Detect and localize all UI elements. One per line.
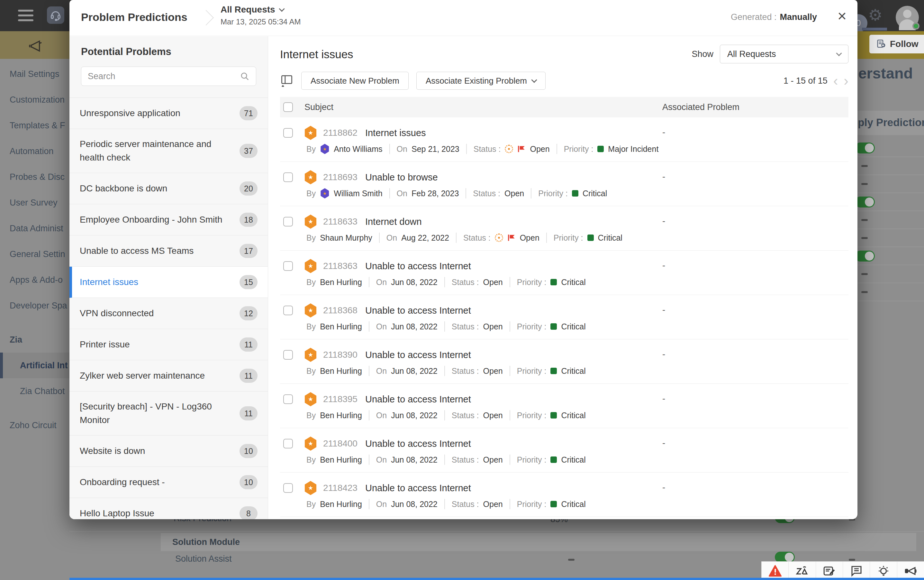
gear-icon[interactable]: ⚙	[868, 6, 883, 25]
problem-list-item[interactable]: VPN disconnected 12	[69, 298, 268, 329]
table-header: Subject Associated Problem	[280, 97, 848, 117]
settings-row	[857, 247, 924, 265]
table-row[interactable]: ★ 2118400 Unable to access Internet - By…	[280, 428, 848, 473]
follow-button[interactable]: Follow	[869, 35, 924, 53]
dialog-header: Problem Predictions All Requests Mar 13,…	[69, 0, 857, 36]
search-icon	[240, 71, 250, 81]
row-checkbox[interactable]	[283, 217, 293, 226]
sidebar-item[interactable]: Developer Spa	[0, 293, 69, 318]
request-subject[interactable]: Unable to access Internet	[365, 350, 471, 360]
problem-list-item[interactable]: Unresponsive application 71	[69, 98, 268, 129]
sidebar-item[interactable]: Customization	[0, 87, 69, 113]
problem-list-item[interactable]: Internet issues 15	[69, 267, 268, 298]
request-subject[interactable]: Unable to access Internet	[365, 394, 471, 405]
problem-list-item[interactable]: [Security breach] - VPN - Log360 Monitor…	[69, 392, 268, 435]
problem-list-item[interactable]: Employee Onboarding - John Smith 18	[69, 204, 268, 236]
scope-date: Mar 13, 2025 05:34 AM	[220, 17, 301, 26]
sidebar-item[interactable]: Probes & Disc	[0, 164, 69, 190]
on-label: On	[376, 455, 387, 465]
table-row[interactable]: ★ 2118368 Unable to access Internet - By…	[280, 295, 848, 339]
prev-page-icon[interactable]: ‹	[834, 74, 838, 88]
problem-list-item[interactable]: Hello Laptop Issue 8	[69, 498, 268, 519]
count-badge: 11	[240, 406, 258, 420]
request-subject[interactable]: Unable to access Internet	[365, 305, 471, 316]
priority-color-square	[551, 368, 557, 374]
sidebar-item[interactable]: General Settin	[0, 241, 69, 267]
request-subject[interactable]: Unable to access Internet	[365, 261, 471, 272]
table-row[interactable]: ★ 2118693 Unable to browse - By ★ Willia…	[280, 162, 848, 206]
request-subject[interactable]: Unable to browse	[365, 172, 438, 183]
problem-list-item[interactable]: Website is down 10	[69, 435, 268, 467]
request-subject[interactable]: Internet issues	[365, 128, 426, 138]
sidebar-item[interactable]: Zia Chatbot	[0, 378, 69, 404]
status-ring-icon	[495, 234, 503, 242]
row-checkbox[interactable]	[283, 128, 293, 138]
toggle-switch-on[interactable]	[855, 250, 875, 262]
scope-dropdown[interactable]: All Requests Mar 13, 2025 05:34 AM	[220, 5, 301, 26]
col-associated-problem: Associated Problem	[662, 102, 740, 112]
row-checkbox[interactable]	[283, 261, 293, 271]
table-row[interactable]: ★ 2118395 Unable to access Internet - By…	[280, 384, 848, 428]
priority-color-square	[551, 501, 557, 507]
requests-table: Subject Associated Problem ★ 2118862 Int…	[280, 97, 848, 517]
comments-button[interactable]	[843, 562, 870, 580]
empty-value-dash	[861, 273, 868, 275]
table-row[interactable]: ★ 2118862 Internet issues - By ★ Anto Wi…	[280, 117, 848, 162]
table-row[interactable]: ★ 2118633 Internet down - By Shaun Murph…	[280, 206, 848, 250]
announcements-button[interactable]	[897, 562, 924, 580]
row-checkbox[interactable]	[283, 439, 293, 448]
row-checkbox[interactable]	[283, 350, 293, 360]
chevron-down-icon	[531, 77, 537, 83]
request-id: 2118693	[323, 172, 357, 182]
topbar-tab-indicator	[862, 28, 887, 31]
request-subject[interactable]: Internet down	[365, 216, 422, 227]
table-row[interactable]: ★ 2118390 Unable to access Internet - By…	[280, 339, 848, 384]
status-value: Open	[520, 233, 539, 242]
problem-list-item[interactable]: Unable to access MS Teams 17	[69, 236, 268, 267]
sidebar-item[interactable]: Apps & Add-o	[0, 267, 69, 293]
hamburger-menu-icon[interactable]	[18, 10, 33, 24]
zia-button[interactable]	[788, 562, 815, 580]
on-label: On	[376, 411, 387, 420]
row-checkbox[interactable]	[283, 483, 293, 493]
sidebar-item[interactable]: Data Administ	[0, 216, 69, 241]
sidebar-item[interactable]: Zoho Circuit	[0, 412, 69, 438]
associate-existing-problem-button[interactable]: Associate Existing Problem	[416, 72, 546, 90]
toggle-switch-on[interactable]	[855, 143, 875, 153]
sidebar-item[interactable]: User Survey	[0, 190, 69, 216]
compose-button[interactable]	[815, 562, 843, 580]
search-input[interactable]	[88, 71, 240, 81]
select-all-checkbox[interactable]	[283, 102, 293, 112]
problem-list-item[interactable]: Zylker web server maintenance 11	[69, 360, 268, 392]
solution-assist-toggle[interactable]	[775, 552, 795, 563]
close-icon[interactable]: ×	[837, 8, 847, 24]
column-chooser-icon[interactable]	[280, 75, 294, 87]
count-badge: 71	[240, 106, 258, 120]
request-subject[interactable]: Unable to access Internet	[365, 438, 471, 449]
alerts-button[interactable]	[761, 562, 788, 580]
sidebar-item[interactable]: Zia	[0, 327, 69, 353]
problem-list-item[interactable]: Printer issue 11	[69, 329, 268, 360]
show-filter-select[interactable]: All Requests	[720, 45, 848, 63]
sidebar-item[interactable]: Artificial Int	[0, 353, 69, 378]
support-headset-button[interactable]	[47, 7, 64, 24]
sidebar-item[interactable]: Mail Settings	[0, 61, 69, 87]
associate-new-problem-button[interactable]: Associate New Problem	[301, 72, 409, 90]
row-checkbox[interactable]	[283, 172, 293, 182]
table-row[interactable]: ★ 2118423 Unable to access Internet - By…	[280, 473, 848, 517]
problem-list-item[interactable]: Onboarding request - 10	[69, 467, 268, 498]
row-checkbox[interactable]	[283, 306, 293, 315]
next-page-icon[interactable]: ›	[843, 74, 848, 88]
avatar[interactable]	[896, 6, 919, 29]
row-checkbox[interactable]	[283, 394, 293, 404]
request-subject[interactable]: Unable to access Internet	[365, 483, 471, 493]
sidebar-item[interactable]: Automation	[0, 138, 69, 164]
problem-list-item[interactable]: Periodic server maintenance and health c…	[69, 129, 268, 173]
problem-list-item[interactable]: DC backbone is down 20	[69, 173, 268, 204]
page-title: Internet issues	[280, 48, 353, 61]
toggle-switch-on[interactable]	[855, 196, 875, 208]
settings-row	[857, 229, 924, 247]
sidebar-item[interactable]: Templates & F	[0, 113, 69, 138]
ideas-button[interactable]	[870, 562, 897, 580]
table-row[interactable]: ★ 2118363 Unable to access Internet - By…	[280, 250, 848, 295]
